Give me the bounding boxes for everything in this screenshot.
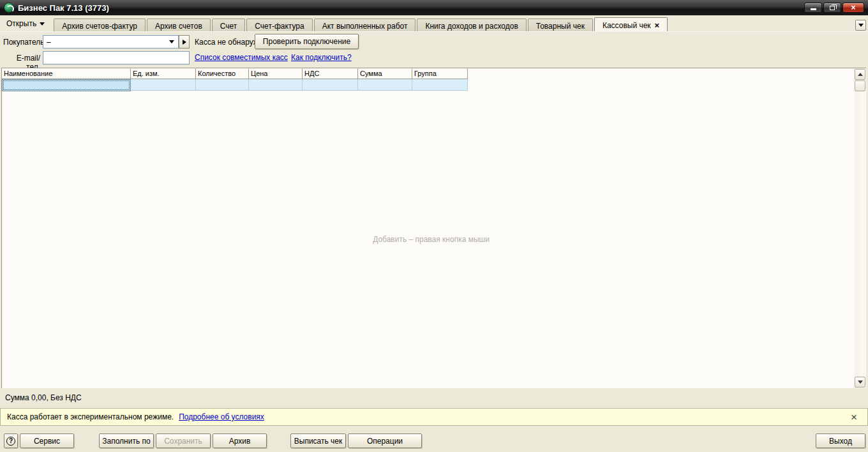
experimental-notice-bar: Касса работает в экспериментальном режим… [0, 408, 868, 426]
cell-name-selected[interactable] [2, 79, 131, 91]
chevron-down-icon [40, 22, 45, 26]
column-header-quantity[interactable]: Количество [196, 68, 249, 79]
cell-vat[interactable] [303, 79, 358, 91]
cell-sum[interactable] [358, 79, 412, 91]
cell-group[interactable] [412, 79, 468, 91]
minimize-button[interactable] [804, 3, 822, 13]
add-hint-text: Добавить – правая кнопка мыши [2, 235, 860, 244]
how-to-connect-link[interactable]: Как подключить? [291, 53, 352, 62]
column-header-name[interactable]: Наименование [2, 68, 131, 79]
notice-text: Касса работает в экспериментальном режим… [7, 412, 174, 421]
check-connection-button[interactable]: Проверить подключение [255, 34, 359, 49]
tab-income-book[interactable]: Книга доходов и расходов [417, 19, 526, 31]
buyer-value: – [47, 38, 169, 47]
form-panel: Покупатель – Касса не обнаружена Провери… [0, 32, 868, 68]
scroll-down-button[interactable] [855, 377, 865, 388]
table-header-row: Наименование Ед. изм. Количество Цена НД… [2, 68, 468, 79]
table-row [2, 79, 468, 91]
cell-price[interactable] [249, 79, 303, 91]
items-table: Наименование Ед. изм. Количество Цена НД… [1, 68, 866, 388]
chevron-down-icon [858, 24, 864, 27]
arrow-right-icon [183, 40, 186, 45]
cell-quantity[interactable] [196, 79, 249, 91]
tab-close-icon[interactable]: × [655, 21, 660, 29]
close-button[interactable]: × [842, 3, 864, 13]
service-button[interactable]: Сервис [20, 433, 74, 448]
minimize-icon [811, 8, 816, 10]
buyer-combobox[interactable]: – [43, 35, 179, 49]
window-title: Бизнес Пак 7.13 (3773) [18, 3, 109, 13]
footer-toolbar: ? Сервис Заполнить по Сохранить Архив Вы… [0, 426, 868, 452]
cell-unit[interactable] [131, 79, 196, 91]
buyer-label: Покупатель [3, 38, 40, 47]
terms-link[interactable]: Подробнее об условиях [179, 412, 264, 421]
tab-sales-receipt[interactable]: Товарный чек [528, 19, 593, 31]
arrow-up-icon [858, 73, 863, 76]
scroll-up-button[interactable] [855, 69, 865, 80]
tab-account[interactable]: Счет [212, 19, 246, 31]
column-header-sum[interactable]: Сумма [358, 68, 412, 79]
buyer-open-button[interactable] [179, 35, 190, 49]
column-header-unit[interactable]: Ед. изм. [131, 68, 196, 79]
vertical-scrollbar[interactable] [855, 69, 865, 388]
help-icon: ? [6, 437, 15, 446]
tab-archive-accounts[interactable]: Архив счетов [147, 19, 211, 31]
tab-invoice[interactable]: Счет-фактура [246, 19, 312, 31]
notice-close-icon[interactable]: × [847, 412, 861, 423]
close-icon: × [851, 4, 855, 11]
exit-button[interactable]: Выход [816, 433, 865, 448]
tab-archive-invoices[interactable]: Архив счетов-фактур [54, 19, 146, 31]
open-menu-button[interactable]: Открыть [1, 17, 50, 31]
app-icon [4, 3, 14, 13]
column-header-group[interactable]: Группа [412, 68, 468, 79]
tab-work-act[interactable]: Акт выполненных работ [314, 19, 416, 31]
chevron-down-icon [169, 40, 174, 43]
compatible-kassa-link[interactable]: Список совместимых касс [195, 53, 288, 62]
scrollbar-thumb[interactable] [855, 80, 865, 91]
sum-status-text: Сумма 0,00, Без НДС [5, 393, 82, 402]
open-menu-label: Открыть [6, 19, 36, 28]
archive-button[interactable]: Архив [213, 433, 267, 448]
restore-icon [830, 6, 835, 10]
save-button: Сохранить [156, 433, 211, 448]
tab-bar: Открыть Архив счетов-фактур Архив счетов… [0, 15, 868, 32]
window-controls: × [804, 3, 864, 13]
restore-button[interactable] [823, 3, 841, 13]
status-bar: Сумма 0,00, Без НДС [0, 388, 868, 408]
arrow-down-icon [858, 380, 863, 384]
title-bar: Бизнес Пак 7.13 (3773) × [0, 0, 868, 15]
fill-by-button[interactable]: Заполнить по [99, 433, 154, 448]
email-field[interactable] [43, 51, 190, 64]
help-button[interactable]: ? [4, 433, 18, 448]
tab-cash-receipt[interactable]: Кассовый чек × [594, 17, 668, 31]
print-check-button[interactable]: Выписать чек [290, 433, 346, 448]
column-header-price[interactable]: Цена [249, 68, 303, 79]
tab-overflow-button[interactable] [855, 20, 866, 31]
operations-button[interactable]: Операции [348, 433, 422, 448]
column-header-vat[interactable]: НДС [303, 68, 358, 79]
